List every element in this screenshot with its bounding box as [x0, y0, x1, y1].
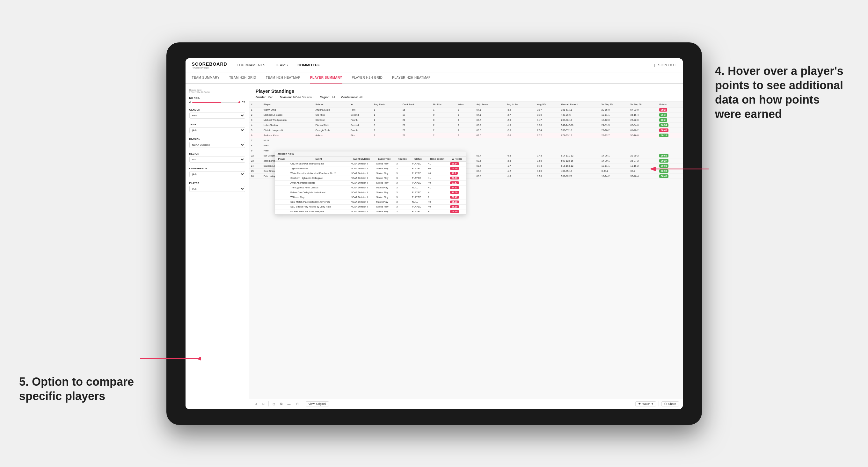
view-original-label: View: Original	[309, 402, 326, 405]
watch-label: Watch	[642, 402, 650, 405]
subnav-player-h2h-heatmap[interactable]: PLAYER H2H HEATMAP	[392, 73, 431, 84]
event-points-cell[interactable]: 56.18	[448, 204, 465, 209]
bottom-toolbar: ↺ ↻ ⊡ ⧉ — ⏱ View: Original 👁 Watch	[249, 399, 683, 409]
standings-region: Region: All	[320, 96, 335, 99]
table-row[interactable]: 5Christo LamprechtGeorgia TechFourth2212…	[249, 127, 683, 133]
copy-icon[interactable]: ⧉	[279, 401, 284, 406]
standings-gender: Gender: Men	[256, 96, 274, 99]
annotation-right: 4. Hover over a player's points to see a…	[715, 64, 849, 121]
division-select[interactable]: NCAA Division I	[189, 142, 245, 148]
logo-title: SCOREBOARD	[192, 62, 227, 67]
event-points-cell[interactable]: 24.11	[448, 185, 465, 190]
slider-container[interactable]: 4 52	[189, 101, 245, 104]
points-cell[interactable]: 68.18	[657, 133, 682, 138]
points-cell[interactable]	[657, 148, 682, 153]
nav-teams[interactable]: TEAMS	[275, 62, 288, 68]
share-btn[interactable]: ⬡ Share	[661, 401, 679, 406]
table-row[interactable]: 1Wenyi DingArizona StateFirst1151167.1-3…	[249, 107, 683, 112]
table-row[interactable]: 4Luke ClantonFlorida StateSecond5272168.…	[249, 122, 683, 127]
watch-chevron: ▾	[652, 402, 653, 405]
points-cell[interactable]	[657, 138, 682, 143]
nav-committee[interactable]: COMMITTEE	[298, 62, 320, 68]
watch-icon-small: 👁	[638, 402, 641, 405]
col-record: Overall Record	[559, 102, 599, 107]
subnav-player-h2h-grid[interactable]: PLAYER H2H GRID	[352, 73, 383, 84]
subnav-team-h2h-grid[interactable]: TEAM H2H GRID	[229, 73, 256, 84]
event-points-cell[interactable]: 37.57	[448, 180, 465, 185]
standings-conference-label: Conference:	[341, 96, 358, 99]
points-cell[interactable]	[657, 143, 682, 148]
subnav-team-h2h-heatmap[interactable]: TEAM H2H HEATMAP	[266, 73, 301, 84]
arrow-right	[645, 156, 715, 182]
event-table: Player Event Event Division Event Type R…	[275, 157, 466, 214]
division-label: Division	[189, 138, 245, 141]
col-avg-par: Avg to Par	[505, 102, 535, 107]
nav-right: | Sign out	[654, 62, 676, 68]
sign-out-link[interactable]: Sign out	[658, 62, 676, 68]
filter-year: Year (All)	[189, 123, 245, 133]
col-no-rds: No Rds.	[431, 102, 456, 107]
watch-btn[interactable]: 👁 Watch ▾	[635, 401, 656, 406]
ev-rank: Rank Impact	[426, 157, 448, 162]
crop-icon[interactable]: ⊡	[271, 402, 276, 406]
event-points-cell[interactable]: 53.60	[448, 166, 465, 171]
subnav-team-summary[interactable]: TEAM SUMMARY	[192, 73, 220, 84]
undo-icon[interactable]: ↺	[253, 402, 258, 406]
points-cell[interactable]: 80.49	[657, 127, 682, 133]
table-row[interactable]: 7Nichi	[249, 138, 683, 143]
event-table-row: UNCW Seahawk IntercollegiateNCAA Divisio…	[275, 161, 466, 166]
region-label: Region	[189, 152, 245, 155]
redo-icon[interactable]: ↻	[261, 402, 266, 406]
col-points: Points	[657, 102, 682, 107]
tablet-device: SCOREBOARD Powered by clippi TOURNAMENTS…	[166, 42, 702, 425]
points-cell[interactable]: 66.54	[657, 122, 682, 127]
event-points-cell[interactable]: 35.64	[448, 161, 465, 166]
ev-points: W Points	[448, 157, 465, 162]
slider-track[interactable]	[192, 102, 241, 103]
nav-links: TOURNAMENTS TEAMS COMMITTEE	[237, 62, 654, 68]
update-time: Update time: 27/01/2024 16:56:26	[189, 89, 245, 93]
subnav: TEAM SUMMARY TEAM H2H GRID TEAM H2H HEAT…	[186, 72, 683, 84]
table-row[interactable]: 2Michael La SassoOle MissSecond1180167.1…	[249, 112, 683, 117]
table-row[interactable]: 3Michael ThorbjornsenStanfordFourth12101…	[249, 117, 683, 122]
event-points-cell[interactable]: 66.40	[448, 209, 465, 214]
standings-gender-label: Gender:	[256, 96, 267, 99]
standings-conference-value: All	[359, 96, 363, 99]
view-original-btn[interactable]: View: Original	[306, 401, 329, 406]
dash-icon[interactable]: —	[286, 402, 292, 406]
table-header-row: # Player School Yr Reg Rank Conf Rank No…	[249, 102, 683, 107]
points-cell[interactable]: 88.2	[657, 107, 682, 112]
points-cell[interactable]: 76.3	[657, 112, 682, 117]
col-wins: Wins	[456, 102, 475, 107]
col-avg-sg: Avg SG	[535, 102, 559, 107]
standings-division-label: Division:	[280, 96, 292, 99]
toolbar-divider-2	[303, 401, 303, 406]
event-points-cell[interactable]: 25.38	[448, 199, 465, 204]
event-points-cell[interactable]: 30.47	[448, 195, 465, 199]
nav-tournaments[interactable]: TOURNAMENTS	[237, 62, 266, 68]
event-popup-player: Jackson Koivu	[278, 152, 294, 155]
event-table-row: SEC Stroke Play hosted by Jerry PateNCAA…	[275, 204, 466, 209]
standings-region-label: Region:	[320, 96, 331, 99]
event-points-cell[interactable]: 73.33	[448, 176, 465, 180]
year-select[interactable]: (All)	[189, 127, 245, 133]
subnav-player-summary[interactable]: PLAYER SUMMARY	[310, 73, 342, 84]
navbar: SCOREBOARD Powered by clippi TOURNAMENTS…	[186, 58, 683, 72]
ev-division: Event Division	[349, 157, 374, 162]
filter-region: Region N/A	[189, 152, 245, 162]
event-table-row: Fallon Oak Collegiate InvitationalNCAA D…	[275, 190, 466, 195]
points-cell[interactable]: 70.2	[657, 117, 682, 122]
clock-icon[interactable]: ⏱	[294, 402, 300, 406]
table-row[interactable]: 6Jackson KoivuAuburnFirst2272167.5-2.02.…	[249, 133, 683, 138]
col-reg-rank: Reg Rank	[372, 102, 401, 107]
conference-select[interactable]: (All)	[189, 171, 245, 177]
player-select[interactable]: (All)	[189, 186, 245, 192]
event-points-cell[interactable]: 40.7	[448, 171, 465, 176]
ev-status: Status	[410, 157, 426, 162]
table-row[interactable]: 8Mats	[249, 143, 683, 148]
standings-region-value: All	[332, 96, 335, 99]
event-points-cell[interactable]: 16.50	[448, 190, 465, 195]
gender-select[interactable]: Men Women	[189, 113, 245, 119]
annotation-left: 5. Option to compare specific players	[19, 375, 140, 403]
region-select[interactable]: N/A	[189, 157, 245, 162]
